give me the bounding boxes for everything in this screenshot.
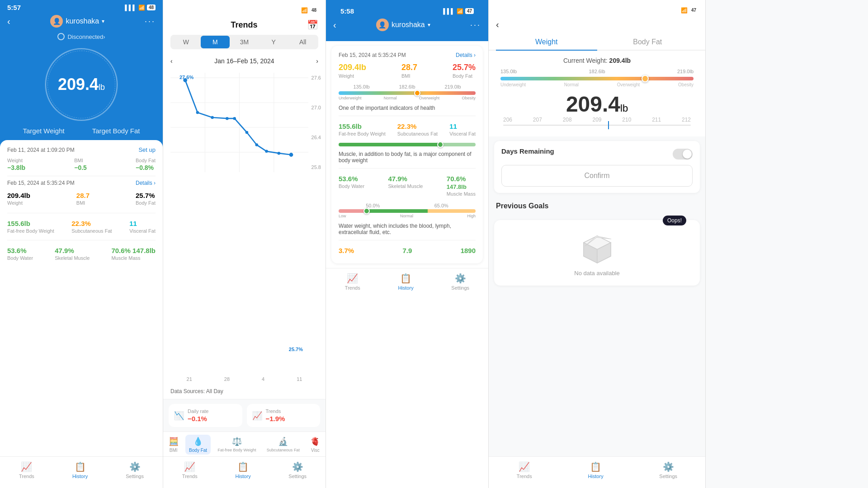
back-arrow-3[interactable]: ‹	[333, 20, 336, 30]
p4-tab-bodyfat[interactable]: Body Fat	[597, 34, 698, 50]
confirm-button[interactable]: Confirm	[501, 165, 693, 187]
ruler-labels: 206 207 208 209 210 211 212	[503, 117, 691, 125]
p3-measurement-card: Feb 15, 2024 at 5:35:24 PM Details › 209…	[331, 46, 483, 263]
days-remaining-label: Days Remaining	[501, 147, 554, 155]
water-bar-container: 50.0% 65.0% LowNormalHigh	[339, 203, 476, 218]
user-info-1[interactable]: 👤 kuroshaka ▾	[50, 15, 104, 28]
trends-icon-4: 📈	[519, 461, 530, 472]
p2-tab-bodyfat[interactable]: 💧 Body Fat	[185, 435, 211, 455]
p3-bw-label: Body Water	[339, 183, 364, 189]
panel-home: 5:57 ▌▌▌ 📶 48 ‹ 👤 kuroshaka ▾ ··· Discon…	[0, 0, 163, 488]
ruler-bar	[503, 125, 691, 126]
trends-icon-3: 📈	[347, 273, 358, 284]
p3-vf-label: Visceral Fat	[449, 131, 476, 136]
nav-settings-2[interactable]: ⚙️ Settings	[288, 461, 307, 479]
status-icons-1: ▌▌▌ 📶 48	[125, 5, 156, 11]
daily-rate-card: 📉 Daily rate −0.1%	[169, 404, 242, 427]
data-source-text[interactable]: Data Sources: All Day	[170, 388, 223, 394]
nav-history-4[interactable]: 📋 History	[588, 461, 603, 479]
meas-mm: 70.6% 147.8lb Muscle Mass	[111, 247, 156, 261]
p3-ffw: 155.6lb Fat-free Body Weight	[339, 122, 386, 136]
stat-weight-val: −3.8lb	[7, 164, 25, 171]
period-tab-Y[interactable]: Y	[259, 36, 288, 48]
bodyfat-tab-icon: 💧	[193, 436, 203, 446]
next-period-arrow[interactable]: ›	[316, 57, 318, 65]
toggle-knob	[683, 150, 692, 159]
nav-history-2[interactable]: 📋 History	[235, 461, 250, 479]
period-tab-M[interactable]: M	[201, 36, 230, 48]
history-label-4: History	[588, 474, 603, 479]
bmi-bar	[339, 91, 476, 95]
details-link-1[interactable]: Details ›	[136, 180, 156, 186]
status-bar-1: 5:57 ▌▌▌ 📶 48	[0, 0, 163, 13]
trends-stat-val: −1.9%	[266, 415, 285, 422]
battery-4: 47	[689, 7, 698, 13]
nav-trends-1[interactable]: 📈 Trends	[19, 461, 34, 479]
svg-point-11	[233, 117, 236, 120]
more-options-3[interactable]: ···	[470, 20, 481, 30]
back-arrow-1[interactable]: ‹	[7, 16, 10, 27]
nav-trends-3[interactable]: 📈 Trends	[345, 273, 360, 291]
calendar-icon[interactable]: 📅	[307, 19, 318, 30]
visc-tab-label: Visc	[311, 448, 320, 453]
p2-tab-visc[interactable]: 🫀 Visc	[307, 435, 324, 455]
nav-settings-1[interactable]: ⚙️ Settings	[126, 461, 144, 479]
meas-ffw: 155.6lb Fat-free Body Weight	[7, 220, 54, 234]
period-tab-W[interactable]: W	[171, 36, 201, 48]
p3-bw-val: 53.6%	[339, 175, 358, 183]
prev-period-arrow[interactable]: ‹	[170, 57, 173, 65]
sf-tab-label: Subcutaneous Fat	[267, 448, 300, 452]
svg-point-16	[289, 153, 293, 157]
weight-circle: 209.4lb	[45, 48, 118, 121]
mc-details-link[interactable]: Details ›	[456, 52, 476, 58]
extra-v2: 7.9	[402, 247, 412, 254]
vf-label: Visceral Fat	[129, 228, 156, 234]
big-weight-unit: lb	[620, 103, 628, 114]
nav-settings-3[interactable]: ⚙️ Settings	[451, 273, 469, 291]
panel-trends: 5:58 ▌▌▌ 📶 48 Trends 📅 W M 3M Y All ‹ Ja…	[163, 0, 326, 488]
nav-settings-4[interactable]: ⚙️ Settings	[659, 461, 677, 479]
chevron-down-icon-1: ▾	[102, 18, 104, 24]
period-tab-3M[interactable]: 3M	[230, 36, 259, 48]
p2-tab-bmi[interactable]: 🧮 BMI	[165, 435, 182, 455]
history-icon-1: 📋	[75, 461, 86, 472]
panel-detail: 5:58 ▌▌▌ 📶 47 ‹ 👤 kuroshaka ▾ ··· Feb 15…	[326, 0, 488, 488]
trends-label-2: Trends	[182, 474, 198, 479]
days-remaining-toggle[interactable]	[673, 149, 693, 160]
p4-tab-weight[interactable]: Weight	[496, 34, 597, 51]
svg-point-10	[226, 117, 229, 120]
period-tab-All[interactable]: All	[288, 36, 317, 48]
user-info-3[interactable]: 👤 kuroshaka ▾	[376, 19, 430, 31]
extra-v2-val: 7.9	[402, 247, 412, 254]
water-high-pct: 65.0%	[434, 203, 448, 208]
svg-point-12	[245, 131, 249, 134]
daily-rate-info: Daily rate −0.1%	[188, 408, 208, 422]
p4-current-weight-section: Current Weight: 209.4lb 135.0lb182.6lb21…	[489, 51, 705, 136]
back-arrow-4[interactable]: ‹	[496, 19, 499, 30]
daily-rate-label: Daily rate	[188, 408, 208, 414]
nav-history-1[interactable]: 📋 History	[72, 461, 88, 479]
settings-icon-3: ⚙️	[455, 273, 466, 284]
nav-history-3[interactable]: 📋 History	[398, 273, 413, 291]
target-body-fat-label[interactable]: Target Body Fat	[92, 127, 140, 135]
setup-link[interactable]: Set up	[138, 146, 156, 153]
nav-trends-2[interactable]: 📈 Trends	[182, 461, 198, 479]
svg-point-9	[211, 116, 214, 119]
sf-val: 22.3%	[71, 220, 91, 227]
ws-marker	[642, 75, 649, 82]
status-bar-3: 5:58 ▌▌▌ 📶 47	[333, 4, 481, 17]
p2-tab-ffw[interactable]: ⚖️ Fat-free Body Weight	[214, 435, 260, 455]
water-description: Water weight, which includes the blood, …	[339, 220, 476, 236]
settings-icon-1: ⚙️	[129, 461, 141, 472]
wifi-icon-4: 📶	[681, 7, 688, 14]
p2-tab-sf[interactable]: 🔬 Subcutaneous Fat	[263, 435, 303, 455]
date-range: Jan 16–Feb 15, 2024	[214, 57, 274, 65]
target-weight-label[interactable]: Target Weight	[23, 127, 64, 135]
daily-rate-val: −0.1%	[188, 415, 208, 422]
more-options-1[interactable]: ···	[145, 17, 156, 26]
current-date-row: Feb 15, 2024 at 5:35:24 PM Details ›	[7, 176, 156, 186]
nav-trends-4[interactable]: 📈 Trends	[517, 461, 532, 479]
disconnected-banner[interactable]: Disconnected›	[0, 31, 163, 44]
weight-number: 209.4	[58, 75, 99, 94]
p3-sf: 22.3% Subcutaneous Fat	[397, 122, 438, 136]
